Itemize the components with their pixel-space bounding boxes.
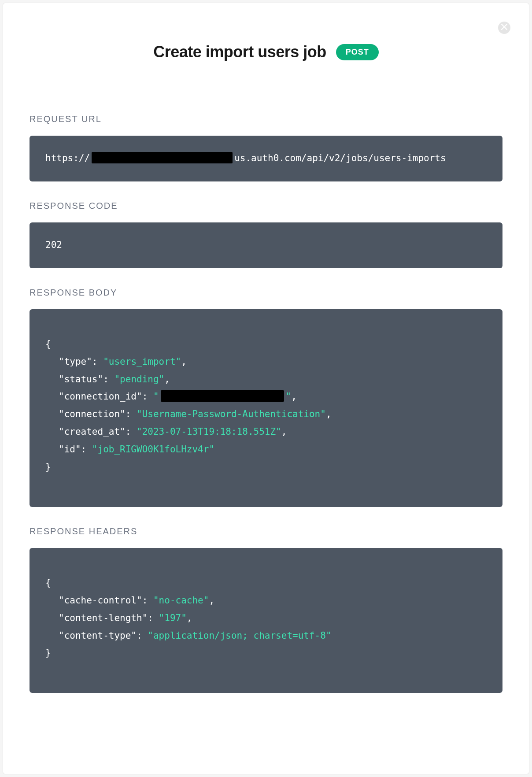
- url-suffix: us.auth0.com/api/v2/jobs/users-imports: [234, 153, 446, 163]
- close-button[interactable]: [498, 22, 510, 34]
- request-url-block: https://us.auth0.com/api/v2/jobs/users-i…: [30, 136, 502, 181]
- api-response-modal: Create import users job POST REQUEST URL…: [3, 3, 529, 774]
- json-line-content-type: "content-type": "application/json; chars…: [45, 630, 332, 641]
- json-line-id: "id": "job_RIGWO0K1foLHzv4r": [45, 444, 214, 455]
- json-close-brace-headers: }: [45, 648, 51, 658]
- response-code-block: 202: [30, 222, 502, 268]
- close-icon: [501, 24, 507, 32]
- redacted-connection-id: [161, 390, 284, 402]
- url-prefix: https://: [45, 153, 90, 163]
- response-headers-block: { "cache-control": "no-cache", "content-…: [30, 548, 502, 693]
- json-line-connection-id: "connection_id": "",: [45, 391, 297, 402]
- json-line-content-length: "content-length": "197",: [45, 613, 192, 623]
- json-line-status: "status": "pending",: [45, 374, 170, 385]
- response-code-value: 202: [45, 240, 62, 250]
- http-method-badge: POST: [336, 44, 379, 60]
- section-label-response-code: RESPONSE CODE: [30, 201, 502, 211]
- json-line-type: "type": "users_import",: [45, 356, 187, 367]
- section-label-response-headers: RESPONSE HEADERS: [30, 526, 502, 536]
- redacted-tenant: [92, 152, 233, 163]
- section-label-response-body: RESPONSE BODY: [30, 288, 502, 298]
- json-close-brace: }: [45, 462, 51, 472]
- json-line-cache-control: "cache-control": "no-cache",: [45, 595, 214, 606]
- response-body-block: { "type": "users_import", "status": "pen…: [30, 309, 502, 507]
- json-line-created-at: "created_at": "2023-07-13T19:18:18.551Z"…: [45, 426, 287, 437]
- modal-title: Create import users job: [153, 43, 326, 61]
- section-label-request-url: REQUEST URL: [30, 114, 502, 124]
- modal-header: Create import users job POST: [30, 43, 502, 61]
- json-line-connection: "connection": "Username-Password-Authent…: [45, 409, 332, 419]
- json-open-brace-headers: {: [45, 577, 51, 588]
- json-open-brace: {: [45, 339, 51, 349]
